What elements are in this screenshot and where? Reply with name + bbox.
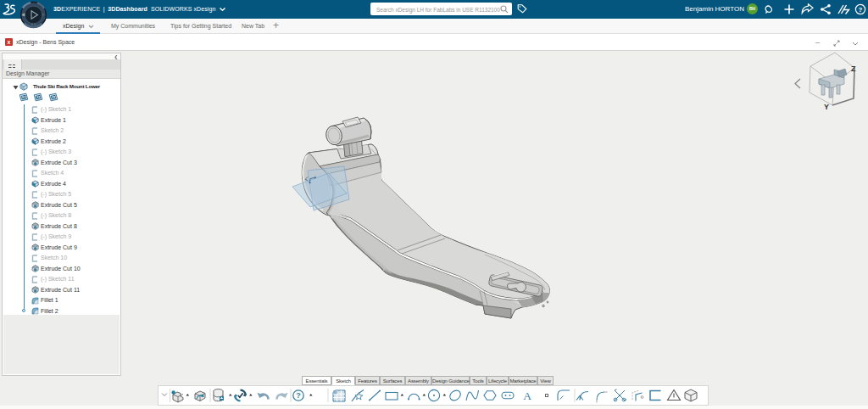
svg-text:YZ: YZ <box>36 96 41 99</box>
svg-text:?: ? <box>859 6 863 14</box>
svg-text:Z: Z <box>851 64 856 73</box>
svg-text:?: ? <box>296 391 301 400</box>
svg-text:A: A <box>523 389 531 402</box>
svg-text:XY: XY <box>22 96 26 99</box>
svg-text:ZX: ZX <box>52 96 56 99</box>
svg-text:Y: Y <box>824 103 829 111</box>
